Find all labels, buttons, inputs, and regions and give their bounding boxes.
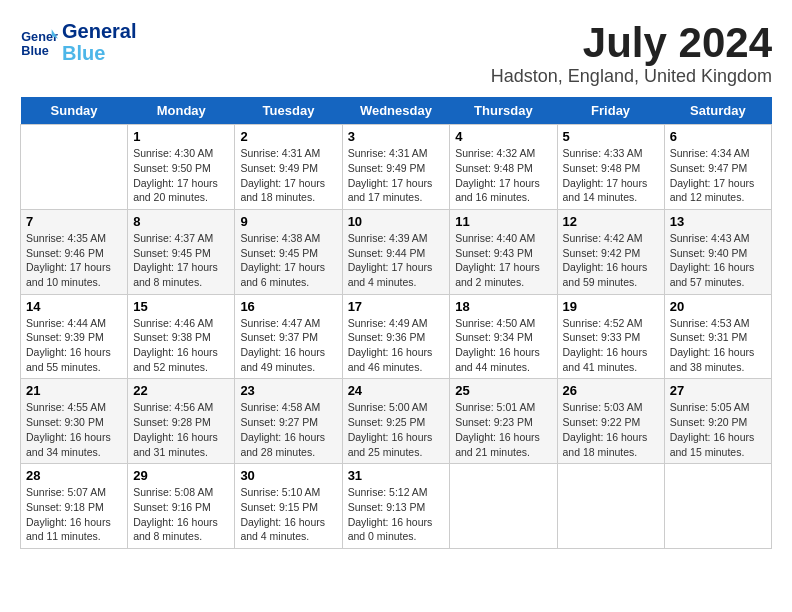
week-row-3: 14Sunrise: 4:44 AM Sunset: 9:39 PM Dayli… bbox=[21, 294, 772, 379]
calendar-cell: 29Sunrise: 5:08 AM Sunset: 9:16 PM Dayli… bbox=[128, 464, 235, 549]
date-number: 3 bbox=[348, 129, 445, 144]
calendar-cell: 26Sunrise: 5:03 AM Sunset: 9:22 PM Dayli… bbox=[557, 379, 664, 464]
calendar-cell: 19Sunrise: 4:52 AM Sunset: 9:33 PM Dayli… bbox=[557, 294, 664, 379]
title-block: July 2024 Hadston, England, United Kingd… bbox=[491, 20, 772, 87]
week-row-4: 21Sunrise: 4:55 AM Sunset: 9:30 PM Dayli… bbox=[21, 379, 772, 464]
date-number: 15 bbox=[133, 299, 229, 314]
date-number: 25 bbox=[455, 383, 551, 398]
svg-text:Blue: Blue bbox=[21, 44, 48, 58]
cell-info: Sunrise: 4:42 AM Sunset: 9:42 PM Dayligh… bbox=[563, 231, 659, 290]
cell-info: Sunrise: 4:35 AM Sunset: 9:46 PM Dayligh… bbox=[26, 231, 122, 290]
calendar-cell: 25Sunrise: 5:01 AM Sunset: 9:23 PM Dayli… bbox=[450, 379, 557, 464]
day-header-monday: Monday bbox=[128, 97, 235, 125]
calendar-cell bbox=[450, 464, 557, 549]
date-number: 1 bbox=[133, 129, 229, 144]
date-number: 21 bbox=[26, 383, 122, 398]
cell-info: Sunrise: 5:05 AM Sunset: 9:20 PM Dayligh… bbox=[670, 400, 766, 459]
cell-info: Sunrise: 4:56 AM Sunset: 9:28 PM Dayligh… bbox=[133, 400, 229, 459]
day-header-thursday: Thursday bbox=[450, 97, 557, 125]
date-number: 10 bbox=[348, 214, 445, 229]
calendar-cell: 7Sunrise: 4:35 AM Sunset: 9:46 PM Daylig… bbox=[21, 209, 128, 294]
calendar-cell: 23Sunrise: 4:58 AM Sunset: 9:27 PM Dayli… bbox=[235, 379, 342, 464]
date-number: 19 bbox=[563, 299, 659, 314]
calendar-table: SundayMondayTuesdayWednesdayThursdayFrid… bbox=[20, 97, 772, 549]
cell-info: Sunrise: 5:03 AM Sunset: 9:22 PM Dayligh… bbox=[563, 400, 659, 459]
cell-info: Sunrise: 5:07 AM Sunset: 9:18 PM Dayligh… bbox=[26, 485, 122, 544]
date-number: 12 bbox=[563, 214, 659, 229]
calendar-cell: 21Sunrise: 4:55 AM Sunset: 9:30 PM Dayli… bbox=[21, 379, 128, 464]
calendar-cell: 30Sunrise: 5:10 AM Sunset: 9:15 PM Dayli… bbox=[235, 464, 342, 549]
logo-line1: General bbox=[62, 20, 136, 42]
calendar-cell: 31Sunrise: 5:12 AM Sunset: 9:13 PM Dayli… bbox=[342, 464, 450, 549]
calendar-cell: 5Sunrise: 4:33 AM Sunset: 9:48 PM Daylig… bbox=[557, 125, 664, 210]
cell-info: Sunrise: 4:44 AM Sunset: 9:39 PM Dayligh… bbox=[26, 316, 122, 375]
date-number: 23 bbox=[240, 383, 336, 398]
date-number: 18 bbox=[455, 299, 551, 314]
date-number: 6 bbox=[670, 129, 766, 144]
calendar-cell: 11Sunrise: 4:40 AM Sunset: 9:43 PM Dayli… bbox=[450, 209, 557, 294]
date-number: 5 bbox=[563, 129, 659, 144]
calendar-cell: 15Sunrise: 4:46 AM Sunset: 9:38 PM Dayli… bbox=[128, 294, 235, 379]
calendar-cell: 14Sunrise: 4:44 AM Sunset: 9:39 PM Dayli… bbox=[21, 294, 128, 379]
month-year-title: July 2024 bbox=[491, 20, 772, 66]
date-number: 7 bbox=[26, 214, 122, 229]
date-number: 31 bbox=[348, 468, 445, 483]
day-header-friday: Friday bbox=[557, 97, 664, 125]
calendar-cell bbox=[664, 464, 771, 549]
calendar-cell bbox=[557, 464, 664, 549]
page-header: General Blue General Blue July 2024 Hads… bbox=[20, 20, 772, 87]
cell-info: Sunrise: 5:00 AM Sunset: 9:25 PM Dayligh… bbox=[348, 400, 445, 459]
date-number: 14 bbox=[26, 299, 122, 314]
cell-info: Sunrise: 4:32 AM Sunset: 9:48 PM Dayligh… bbox=[455, 146, 551, 205]
cell-info: Sunrise: 4:58 AM Sunset: 9:27 PM Dayligh… bbox=[240, 400, 336, 459]
cell-info: Sunrise: 5:01 AM Sunset: 9:23 PM Dayligh… bbox=[455, 400, 551, 459]
cell-info: Sunrise: 5:12 AM Sunset: 9:13 PM Dayligh… bbox=[348, 485, 445, 544]
logo-line2: Blue bbox=[62, 42, 136, 64]
cell-info: Sunrise: 4:50 AM Sunset: 9:34 PM Dayligh… bbox=[455, 316, 551, 375]
cell-info: Sunrise: 4:40 AM Sunset: 9:43 PM Dayligh… bbox=[455, 231, 551, 290]
calendar-cell: 10Sunrise: 4:39 AM Sunset: 9:44 PM Dayli… bbox=[342, 209, 450, 294]
day-header-saturday: Saturday bbox=[664, 97, 771, 125]
date-number: 17 bbox=[348, 299, 445, 314]
date-number: 22 bbox=[133, 383, 229, 398]
calendar-header-row: SundayMondayTuesdayWednesdayThursdayFrid… bbox=[21, 97, 772, 125]
calendar-cell: 1Sunrise: 4:30 AM Sunset: 9:50 PM Daylig… bbox=[128, 125, 235, 210]
cell-info: Sunrise: 4:38 AM Sunset: 9:45 PM Dayligh… bbox=[240, 231, 336, 290]
date-number: 28 bbox=[26, 468, 122, 483]
week-row-2: 7Sunrise: 4:35 AM Sunset: 9:46 PM Daylig… bbox=[21, 209, 772, 294]
calendar-cell: 27Sunrise: 5:05 AM Sunset: 9:20 PM Dayli… bbox=[664, 379, 771, 464]
calendar-cell: 22Sunrise: 4:56 AM Sunset: 9:28 PM Dayli… bbox=[128, 379, 235, 464]
date-number: 9 bbox=[240, 214, 336, 229]
date-number: 20 bbox=[670, 299, 766, 314]
logo: General Blue General Blue bbox=[20, 20, 136, 64]
date-number: 4 bbox=[455, 129, 551, 144]
calendar-cell: 16Sunrise: 4:47 AM Sunset: 9:37 PM Dayli… bbox=[235, 294, 342, 379]
date-number: 16 bbox=[240, 299, 336, 314]
calendar-cell: 3Sunrise: 4:31 AM Sunset: 9:49 PM Daylig… bbox=[342, 125, 450, 210]
calendar-cell: 20Sunrise: 4:53 AM Sunset: 9:31 PM Dayli… bbox=[664, 294, 771, 379]
calendar-cell: 4Sunrise: 4:32 AM Sunset: 9:48 PM Daylig… bbox=[450, 125, 557, 210]
cell-info: Sunrise: 4:34 AM Sunset: 9:47 PM Dayligh… bbox=[670, 146, 766, 205]
calendar-cell: 24Sunrise: 5:00 AM Sunset: 9:25 PM Dayli… bbox=[342, 379, 450, 464]
calendar-cell: 12Sunrise: 4:42 AM Sunset: 9:42 PM Dayli… bbox=[557, 209, 664, 294]
cell-info: Sunrise: 4:37 AM Sunset: 9:45 PM Dayligh… bbox=[133, 231, 229, 290]
date-number: 24 bbox=[348, 383, 445, 398]
day-header-wednesday: Wednesday bbox=[342, 97, 450, 125]
date-number: 27 bbox=[670, 383, 766, 398]
calendar-cell: 8Sunrise: 4:37 AM Sunset: 9:45 PM Daylig… bbox=[128, 209, 235, 294]
cell-info: Sunrise: 4:49 AM Sunset: 9:36 PM Dayligh… bbox=[348, 316, 445, 375]
cell-info: Sunrise: 4:43 AM Sunset: 9:40 PM Dayligh… bbox=[670, 231, 766, 290]
day-header-sunday: Sunday bbox=[21, 97, 128, 125]
calendar-cell: 17Sunrise: 4:49 AM Sunset: 9:36 PM Dayli… bbox=[342, 294, 450, 379]
cell-info: Sunrise: 4:30 AM Sunset: 9:50 PM Dayligh… bbox=[133, 146, 229, 205]
date-number: 13 bbox=[670, 214, 766, 229]
cell-info: Sunrise: 4:53 AM Sunset: 9:31 PM Dayligh… bbox=[670, 316, 766, 375]
calendar-cell: 28Sunrise: 5:07 AM Sunset: 9:18 PM Dayli… bbox=[21, 464, 128, 549]
cell-info: Sunrise: 4:33 AM Sunset: 9:48 PM Dayligh… bbox=[563, 146, 659, 205]
cell-info: Sunrise: 5:08 AM Sunset: 9:16 PM Dayligh… bbox=[133, 485, 229, 544]
calendar-cell: 13Sunrise: 4:43 AM Sunset: 9:40 PM Dayli… bbox=[664, 209, 771, 294]
cell-info: Sunrise: 4:52 AM Sunset: 9:33 PM Dayligh… bbox=[563, 316, 659, 375]
cell-info: Sunrise: 4:55 AM Sunset: 9:30 PM Dayligh… bbox=[26, 400, 122, 459]
cell-info: Sunrise: 4:31 AM Sunset: 9:49 PM Dayligh… bbox=[240, 146, 336, 205]
cell-info: Sunrise: 4:47 AM Sunset: 9:37 PM Dayligh… bbox=[240, 316, 336, 375]
